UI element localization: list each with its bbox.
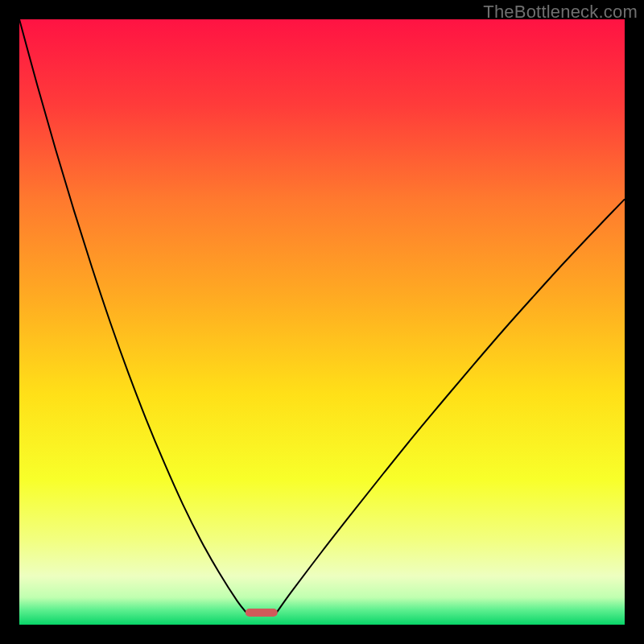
watermark-label: TheBottleneck.com [483, 2, 638, 23]
bottleneck-chart [19, 19, 625, 625]
minimum-marker [246, 609, 278, 617]
chart-frame: TheBottleneck.com [0, 0, 644, 644]
plot-area [19, 19, 625, 625]
